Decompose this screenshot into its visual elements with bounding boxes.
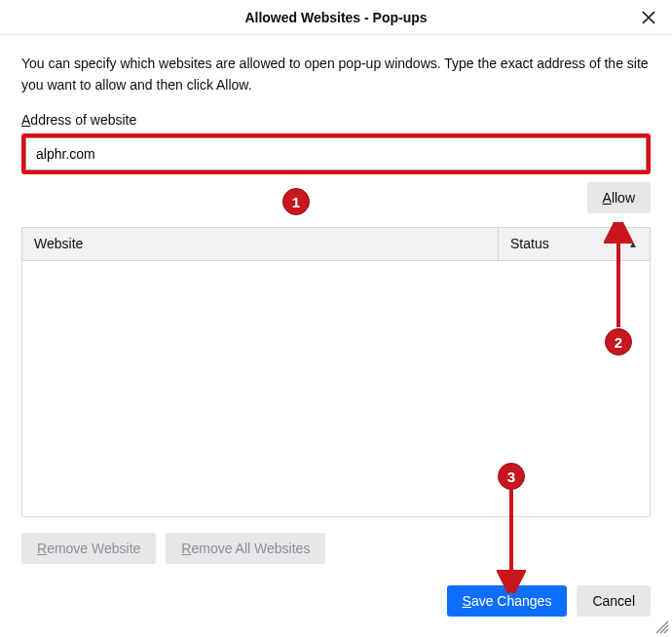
close-button[interactable] <box>637 6 660 29</box>
table-body <box>22 261 650 516</box>
cancel-button[interactable]: Cancel <box>577 585 651 617</box>
remove-all-websites-button[interactable]: Remove All Websites <box>166 533 325 564</box>
annotation-badge-1: 1 <box>282 188 310 215</box>
save-changes-button[interactable]: Save Changes <box>447 585 568 617</box>
address-input[interactable] <box>25 137 647 170</box>
allow-button[interactable]: Allow <box>587 182 651 213</box>
column-status[interactable]: Status ▲ <box>498 228 650 260</box>
websites-table: Website Status ▲ <box>21 227 651 517</box>
dialog-titlebar: Allowed Websites - Pop-ups <box>0 0 672 35</box>
address-input-highlight <box>21 133 651 174</box>
remove-website-button[interactable]: Remove Website <box>21 533 156 564</box>
table-header: Website Status ▲ <box>22 228 650 261</box>
annotation-badge-2: 2 <box>605 328 632 356</box>
sort-arrow-icon: ▲ <box>628 239 638 249</box>
dialog-description: You can specify which websites are allow… <box>21 53 651 96</box>
address-label: Address of website <box>21 112 651 128</box>
column-website[interactable]: Website <box>22 228 498 260</box>
annotation-badge-3: 3 <box>498 463 525 490</box>
close-icon <box>642 11 655 24</box>
dialog-title: Allowed Websites - Pop-ups <box>244 10 427 25</box>
